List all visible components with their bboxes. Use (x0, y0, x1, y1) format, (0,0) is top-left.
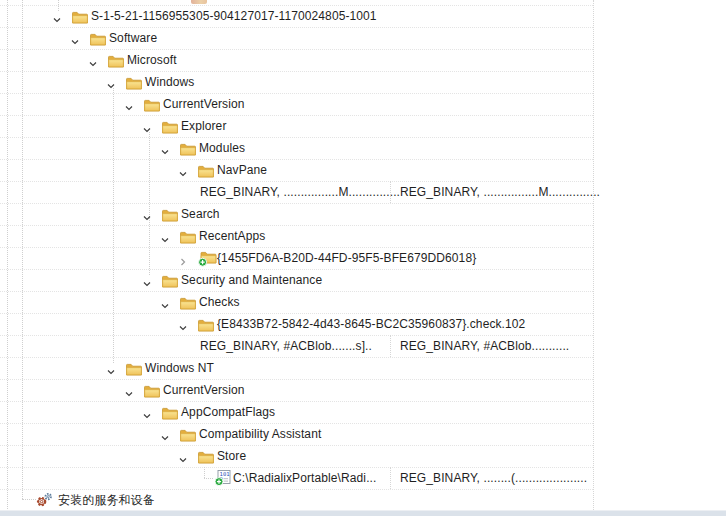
chevron-down-icon[interactable] (160, 429, 170, 439)
chevron-right-icon[interactable] (178, 253, 188, 263)
chevron-down-icon[interactable] (106, 363, 116, 373)
tree-item-label: CurrentVersion (163, 379, 244, 401)
tree-key-row[interactable]: S-1-5-21-1156955305-904127017-1170024805… (0, 5, 726, 27)
registry-compare-tree-window: S-1-5-21-1156955305-904127017-1170024805… (0, 0, 726, 516)
folder-icon (72, 10, 88, 28)
chevron-down-icon[interactable] (142, 407, 152, 417)
tree-key-row[interactable]: CurrentVersion (0, 379, 726, 401)
chevron-down-icon[interactable] (124, 385, 134, 395)
tree-item-label: RecentApps (199, 225, 265, 247)
tree-key-row[interactable]: Security and Maintenance (0, 269, 726, 291)
tree-key-row[interactable]: RecentApps (0, 225, 726, 247)
chevron-down-icon[interactable] (70, 33, 80, 43)
tree-key-row[interactable]: {1455FD6A-B20D-44FD-95F5-BFE679DD6018} (0, 247, 726, 269)
tree-item-label: Security and Maintenance (181, 269, 322, 291)
chevron-down-icon[interactable] (142, 121, 152, 131)
tree-key-row[interactable]: Explorer (0, 115, 726, 137)
folder-icon (198, 318, 214, 336)
folder-icon (180, 296, 196, 314)
tree-key-row[interactable]: {E8433B72-5842-4d43-8645-BC2C35960837}.c… (0, 313, 726, 335)
tree-item-label: Software (109, 27, 157, 49)
chevron-down-icon[interactable] (124, 99, 134, 109)
binary-value-added-icon: 1010 (214, 470, 231, 490)
horizontal-scrollbar[interactable] (0, 510, 726, 516)
tree-key-row[interactable]: AppCompatFlags (0, 401, 726, 423)
chevron-down-icon[interactable] (178, 165, 188, 175)
tree-value-row[interactable]: REG_BINARY, ................M...........… (0, 181, 726, 203)
folder-icon (198, 164, 214, 182)
tree-key-row[interactable]: NavPane (0, 159, 726, 181)
tree-key-row[interactable]: Store (0, 445, 726, 467)
folder-icon (162, 120, 178, 138)
cell-separator (390, 467, 391, 489)
tree-item-label: {1455FD6A-B20D-44FD-95F5-BFE679DD6018} (217, 247, 476, 269)
tree-value-row[interactable]: REG_BINARY, #ACBlob.......s]..REG_BINARY… (0, 335, 726, 357)
folder-icon (180, 142, 196, 160)
tree-key-row[interactable]: Checks (0, 291, 726, 313)
folder-icon (198, 450, 214, 468)
folder-icon (144, 98, 160, 116)
tree-item-label: Windows (145, 71, 194, 93)
cell-separator (390, 181, 391, 203)
tree-item-label: Compatibility Assistant (199, 423, 321, 445)
chevron-down-icon[interactable] (106, 77, 116, 87)
folder-added-icon (198, 251, 217, 271)
tree-item-label: Explorer (181, 115, 226, 137)
folder-icon (108, 54, 124, 72)
folder-icon (180, 230, 196, 248)
chevron-down-icon[interactable] (160, 231, 170, 241)
chevron-down-icon[interactable] (160, 297, 170, 307)
folder-icon (162, 208, 178, 226)
tree-item-label: Checks (199, 291, 240, 313)
tree-item-label: Search (181, 203, 220, 225)
tree-item-label: NavPane (217, 159, 267, 181)
tree-item-label: Modules (199, 137, 245, 159)
tree-key-row[interactable]: Windows NT (0, 357, 726, 379)
value-old-data: REG_BINARY, #ACBlob.......s].. (200, 335, 372, 357)
tree-item-label: {E8433B72-5842-4d43-8645-BC2C35960837}.c… (217, 313, 525, 335)
chevron-down-icon[interactable] (88, 55, 98, 65)
chevron-down-icon[interactable] (178, 319, 188, 329)
tree-key-row[interactable]: Software (0, 27, 726, 49)
tree-item-label: S-1-5-21-1156955305-904127017-1170024805… (91, 5, 377, 27)
value-new-data: REG_BINARY, #ACBlob........... (400, 335, 569, 357)
chevron-down-icon[interactable] (52, 11, 62, 21)
chevron-down-icon[interactable] (178, 451, 188, 461)
value-name-label: C:\RadialixPortable\Radi... (233, 467, 376, 489)
folder-icon (126, 76, 142, 94)
tree-key-row[interactable]: Search (0, 203, 726, 225)
tree-item-label: Microsoft (127, 49, 177, 71)
tree-item-label: Store (217, 445, 246, 467)
cell-separator (390, 335, 391, 357)
services-gear-icon (34, 491, 55, 512)
chevron-down-icon[interactable] (142, 209, 152, 219)
value-new-data: REG_BINARY, ................M...........… (400, 181, 600, 203)
partial-scrolled-icon (191, 0, 207, 4)
folder-icon (126, 362, 142, 380)
value-new-data: REG_BINARY, ........(...................… (400, 467, 587, 489)
tree-key-row[interactable]: Windows (0, 71, 726, 93)
chevron-down-icon[interactable] (160, 143, 170, 153)
service-item-label: 安装的服务和设备 (58, 489, 155, 511)
folder-icon (162, 406, 178, 424)
value-old-data: REG_BINARY, ................M...........… (200, 181, 400, 203)
folder-icon (162, 274, 178, 292)
tree-key-row[interactable]: Microsoft (0, 49, 726, 71)
tree-key-row[interactable]: Modules (0, 137, 726, 159)
folder-icon (144, 384, 160, 402)
service-item-row[interactable]: 安装的服务和设备 (0, 489, 726, 511)
tree-value-row[interactable]: 1010C:\RadialixPortable\Radi...REG_BINAR… (0, 467, 726, 489)
tree-item-label: CurrentVersion (163, 93, 244, 115)
tree-item-label: AppCompatFlags (181, 401, 275, 423)
tree-key-row[interactable]: Compatibility Assistant (0, 423, 726, 445)
folder-icon (90, 32, 106, 50)
tree-key-row[interactable]: CurrentVersion (0, 93, 726, 115)
chevron-down-icon[interactable] (142, 275, 152, 285)
folder-icon (180, 428, 196, 446)
tree-item-label: Windows NT (145, 357, 214, 379)
